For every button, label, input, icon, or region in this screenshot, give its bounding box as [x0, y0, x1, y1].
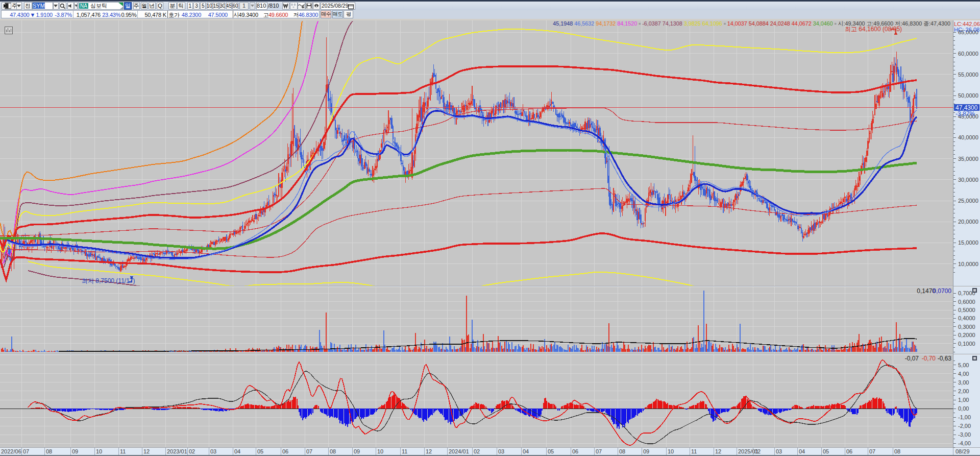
- svg-text:-1,00: -1,00: [958, 414, 971, 420]
- svg-text:08: 08: [894, 448, 900, 454]
- svg-text:02: 02: [754, 448, 761, 454]
- svg-text:40,0000: 40,0000: [958, 134, 978, 140]
- svg-text:15,0000: 15,0000: [958, 239, 978, 246]
- svg-text:0,5000: 0,5000: [958, 307, 975, 313]
- svg-text:02: 02: [189, 448, 195, 454]
- svg-text:11: 11: [120, 448, 126, 454]
- svg-text:-3,87%: -3,87%: [955, 110, 975, 117]
- svg-text:-0,70: -0,70: [922, 355, 936, 362]
- svg-text:3,00: 3,00: [958, 379, 969, 386]
- svg-text:05: 05: [548, 448, 554, 454]
- svg-text:08: 08: [619, 448, 625, 454]
- svg-text:06: 06: [282, 448, 288, 454]
- svg-text:20,0000: 20,0000: [958, 219, 978, 225]
- svg-text:0,2000: 0,2000: [958, 332, 975, 338]
- svg-text:04: 04: [799, 448, 805, 454]
- svg-text:60,0000: 60,0000: [958, 51, 978, 57]
- svg-text:-0,63: -0,63: [938, 355, 952, 362]
- svg-text:05: 05: [257, 448, 263, 454]
- svg-text:08: 08: [330, 448, 336, 454]
- svg-text:07: 07: [306, 448, 312, 454]
- svg-text:-4,00: -4,00: [958, 440, 971, 446]
- svg-text:-0,07: -0,07: [905, 355, 919, 362]
- svg-text:2023/01: 2023/01: [167, 448, 187, 454]
- svg-text:0,6000: 0,6000: [958, 299, 975, 305]
- svg-text:10: 10: [668, 448, 674, 454]
- svg-text:-3,00: -3,00: [958, 431, 971, 438]
- svg-text:25,0000: 25,0000: [958, 198, 978, 204]
- svg-text:35,0000: 35,0000: [958, 156, 978, 162]
- svg-text:11: 11: [402, 448, 407, 454]
- svg-text:03: 03: [776, 448, 782, 454]
- svg-text:2022/06: 2022/06: [1, 448, 21, 454]
- svg-text:10: 10: [96, 448, 102, 454]
- svg-text:0,4000: 0,4000: [958, 315, 975, 321]
- svg-text:12: 12: [426, 448, 432, 454]
- svg-text:HC:-26,08: HC:-26,08: [954, 27, 979, 33]
- svg-text:07: 07: [23, 448, 29, 454]
- svg-text:0,0700: 0,0700: [933, 287, 951, 295]
- svg-text:-2,00: -2,00: [958, 423, 971, 429]
- svg-text:50,0000: 50,0000: [958, 92, 978, 99]
- svg-text:04: 04: [234, 448, 240, 454]
- svg-text:12: 12: [715, 448, 721, 454]
- svg-text:2024/01: 2024/01: [449, 448, 469, 454]
- svg-text:0,1000: 0,1000: [958, 341, 975, 347]
- svg-text:05: 05: [823, 448, 829, 454]
- svg-text:30,0000: 30,0000: [958, 177, 978, 183]
- svg-text:0,00: 0,00: [958, 405, 969, 412]
- svg-text:07: 07: [596, 448, 602, 454]
- svg-text:09: 09: [354, 448, 360, 454]
- svg-text:09: 09: [643, 448, 649, 454]
- svg-text:04: 04: [523, 448, 529, 454]
- svg-text:03: 03: [210, 448, 216, 454]
- svg-text:06: 06: [846, 448, 852, 454]
- svg-text:55,0000: 55,0000: [958, 71, 978, 78]
- svg-text:08: 08: [46, 448, 52, 454]
- svg-text:07: 07: [869, 448, 875, 454]
- svg-text:02: 02: [474, 448, 480, 454]
- svg-text:06: 06: [572, 448, 578, 454]
- svg-text:10,0000: 10,0000: [958, 261, 978, 267]
- svg-text:09: 09: [72, 448, 78, 454]
- svg-text:1,00: 1,00: [958, 397, 969, 403]
- svg-text:11: 11: [691, 448, 697, 454]
- svg-text:4,00: 4,00: [958, 371, 969, 377]
- svg-text:최저 8,7500 (11/17): 최저 8,7500 (11/17): [82, 277, 135, 284]
- svg-text:2,00: 2,00: [958, 388, 969, 394]
- svg-text:03: 03: [498, 448, 504, 454]
- svg-text:5,00: 5,00: [958, 362, 969, 368]
- svg-text:08/29: 08/29: [955, 448, 970, 454]
- svg-text:12: 12: [143, 448, 150, 454]
- svg-text:10: 10: [377, 448, 383, 454]
- svg-text:0,3000: 0,3000: [958, 324, 975, 330]
